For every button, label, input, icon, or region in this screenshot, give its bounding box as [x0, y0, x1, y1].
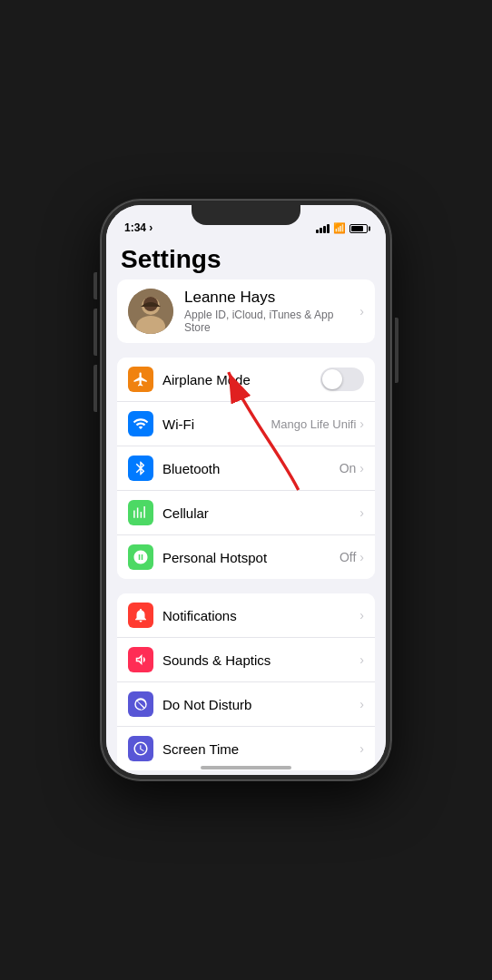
cellular-icon	[133, 505, 149, 521]
airplane-mode-label: Airplane Mode	[162, 372, 251, 387]
profile-subtitle: Apple ID, iCloud, iTunes & App Store	[184, 309, 359, 334]
cellular-chevron: ›	[359, 505, 364, 520]
screen-time-row[interactable]: Screen Time ›	[117, 727, 375, 770]
profile-row[interactable]: Leanne Hays Apple ID, iCloud, iTunes & A…	[117, 279, 375, 343]
notifications-icon	[133, 607, 149, 623]
screen-time-icon-bg	[128, 736, 153, 761]
cellular-row[interactable]: Cellular ›	[117, 491, 375, 535]
home-indicator	[201, 766, 291, 769]
wifi-label: Wi-Fi	[162, 416, 194, 432]
airplane-mode-content: Airplane Mode	[162, 368, 364, 391]
wifi-icon: 📶	[333, 222, 346, 234]
profile-chevron: ›	[359, 304, 364, 318]
wifi-settings-icon	[133, 416, 149, 432]
signal-icon	[316, 224, 330, 233]
hotspot-icon	[133, 549, 149, 565]
status-time: 1:34 ›	[124, 221, 153, 234]
hotspot-content: Personal Hotspot Off ›	[162, 550, 364, 565]
dnd-chevron: ›	[359, 697, 364, 711]
sounds-row[interactable]: Sounds & Haptics ›	[117, 638, 375, 682]
dnd-content: Do Not Disturb ›	[162, 697, 364, 712]
notch	[192, 205, 300, 225]
notifications-section: Notifications › Sounds & Haptics ›	[117, 593, 375, 770]
bluetooth-label: Bluetooth	[162, 461, 220, 476]
screen-time-content: Screen Time ›	[162, 741, 364, 757]
airplane-mode-row[interactable]: Airplane Mode	[117, 358, 375, 402]
profile-name: Leanne Hays	[184, 289, 359, 307]
bluetooth-icon-bg	[128, 456, 153, 481]
hotspot-label: Personal Hotspot	[162, 550, 267, 565]
screen-time-icon	[133, 740, 149, 757]
airplane-mode-icon-bg	[128, 367, 153, 392]
bluetooth-value: On	[339, 461, 357, 475]
wifi-icon-bg	[128, 411, 153, 436]
bluetooth-icon	[133, 460, 149, 476]
airplane-icon	[133, 371, 149, 387]
wifi-content: Wi-Fi Mango Life Unifi ›	[162, 416, 364, 432]
sounds-icon-bg	[128, 647, 153, 672]
sounds-label: Sounds & Haptics	[162, 652, 271, 668]
sounds-icon	[133, 652, 149, 668]
screen-content: Settings L	[106, 238, 386, 775]
wifi-row[interactable]: Wi-Fi Mango Life Unifi ›	[117, 402, 375, 446]
dnd-row[interactable]: Do Not Disturb ›	[117, 682, 375, 727]
cellular-label: Cellular	[162, 505, 209, 521]
notifications-row[interactable]: Notifications ›	[117, 593, 375, 638]
hotspot-right: Off ›	[339, 550, 364, 564]
wifi-chevron: ›	[359, 416, 364, 431]
cellular-content: Cellular ›	[162, 505, 364, 521]
wifi-value: Mango Life Unifi	[271, 417, 356, 431]
notifications-content: Notifications ›	[162, 608, 364, 623]
cellular-right: ›	[359, 505, 364, 520]
sounds-chevron: ›	[359, 652, 364, 667]
status-icons: 📶	[316, 222, 368, 234]
sounds-content: Sounds & Haptics ›	[162, 652, 364, 668]
dnd-icon	[133, 696, 149, 712]
battery-icon	[349, 224, 368, 233]
screen-time-label: Screen Time	[162, 741, 239, 757]
screen-time-chevron: ›	[359, 741, 364, 756]
profile-section: Leanne Hays Apple ID, iCloud, iTunes & A…	[117, 279, 375, 343]
wifi-right: Mango Life Unifi ›	[271, 416, 364, 431]
bluetooth-chevron: ›	[359, 461, 364, 475]
notifications-icon-bg	[128, 603, 153, 628]
hotspot-chevron: ›	[359, 550, 364, 564]
bluetooth-row[interactable]: Bluetooth On ›	[117, 446, 375, 491]
hotspot-icon-bg	[128, 544, 153, 570]
profile-info: Leanne Hays Apple ID, iCloud, iTunes & A…	[184, 289, 359, 334]
hotspot-row[interactable]: Personal Hotspot Off ›	[117, 535, 375, 579]
cellular-icon-bg	[128, 500, 153, 525]
notifications-label: Notifications	[162, 608, 237, 623]
connectivity-section: Airplane Mode Wi-Fi	[117, 358, 375, 579]
hotspot-value: Off	[339, 550, 356, 564]
bluetooth-right: On ›	[339, 461, 364, 475]
dnd-icon-bg	[128, 691, 153, 717]
dnd-label: Do Not Disturb	[162, 697, 251, 712]
bluetooth-content: Bluetooth On ›	[162, 461, 364, 476]
notifications-chevron: ›	[359, 608, 364, 622]
page-title: Settings	[121, 245, 371, 274]
page-title-container: Settings	[106, 238, 386, 279]
avatar	[128, 289, 173, 334]
airplane-mode-toggle[interactable]	[320, 368, 364, 391]
